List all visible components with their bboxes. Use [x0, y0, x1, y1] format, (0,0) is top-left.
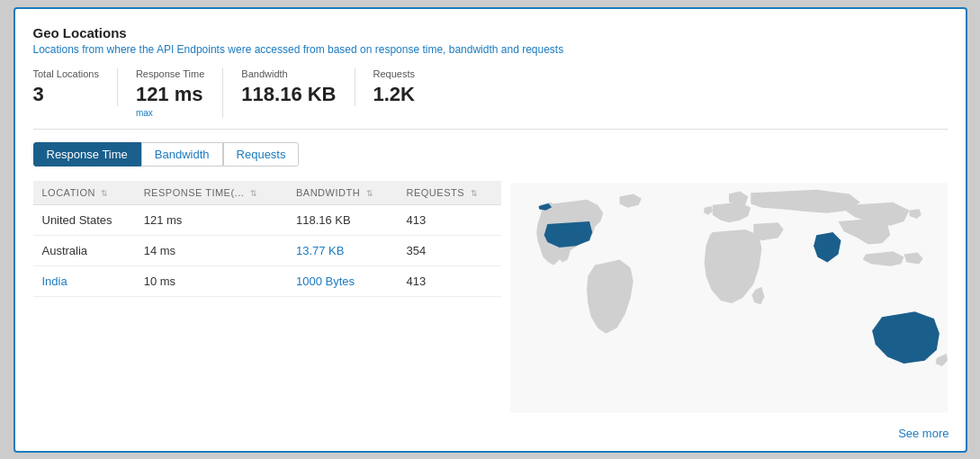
- stat-block: Bandwidth 118.16 KB: [241, 68, 355, 106]
- cell-requests: 413: [398, 204, 501, 235]
- cell-requests: 413: [398, 266, 501, 296]
- card-title: Geo Locations: [33, 25, 948, 40]
- sort-icon: ⇅: [250, 189, 258, 198]
- stat-label: Requests: [373, 68, 415, 79]
- cell-bandwidth[interactable]: 13.77 KB: [287, 235, 398, 266]
- cell-requests: 354: [398, 235, 501, 266]
- data-table: LOCATION ⇅RESPONSE TIME(... ⇅BANDWIDTH ⇅…: [33, 181, 501, 297]
- stat-value: 118.16 KB: [241, 83, 336, 106]
- stat-value: 1.2K: [373, 83, 415, 106]
- stat-block: Requests 1.2K: [373, 68, 433, 106]
- stats-row: Total Locations 3 Response Time 121 ms m…: [33, 68, 948, 130]
- cell-location: United States: [33, 204, 135, 235]
- table-header: LOCATION ⇅RESPONSE TIME(... ⇅BANDWIDTH ⇅…: [33, 181, 501, 205]
- table-body: United States121 ms118.16 KB413Australia…: [33, 204, 501, 296]
- table-row: United States121 ms118.16 KB413: [33, 204, 501, 235]
- cell-response-time: 10 ms: [135, 266, 287, 296]
- table-col-header[interactable]: RESPONSE TIME(... ⇅: [135, 181, 287, 205]
- stat-block: Response Time 121 ms max: [136, 68, 223, 118]
- card-subtitle: Locations from where the API Endpoints w…: [33, 43, 948, 56]
- stat-block: Total Locations 3: [33, 68, 118, 106]
- cell-bandwidth[interactable]: 1000 Bytes: [287, 266, 398, 296]
- tab-response-time[interactable]: Response Time: [33, 142, 141, 166]
- see-more-link[interactable]: See more: [898, 427, 949, 440]
- stat-label: Bandwidth: [241, 68, 336, 79]
- cell-response-time: 121 ms: [135, 204, 287, 235]
- cell-bandwidth: 118.16 KB: [287, 204, 398, 235]
- stat-value: 3: [33, 83, 99, 106]
- content-area: LOCATION ⇅RESPONSE TIME(... ⇅BANDWIDTH ⇅…: [33, 181, 948, 415]
- world-map-area: [510, 181, 948, 415]
- cell-response-time: 14 ms: [135, 235, 287, 266]
- table-col-header[interactable]: REQUESTS ⇅: [398, 181, 501, 205]
- tab-bandwidth[interactable]: Bandwidth: [141, 142, 223, 166]
- sort-icon: ⇅: [101, 189, 109, 198]
- stat-value: 121 ms: [136, 83, 204, 106]
- table-col-header[interactable]: BANDWIDTH ⇅: [287, 181, 398, 205]
- sort-icon: ⇅: [366, 189, 374, 198]
- stat-sub: max: [136, 108, 204, 118]
- tabs-row: Response TimeBandwidthRequests: [33, 142, 948, 166]
- world-map-svg: [510, 181, 948, 415]
- table-col-header[interactable]: LOCATION ⇅: [33, 181, 135, 205]
- tab-requests[interactable]: Requests: [223, 142, 300, 166]
- cell-location: Australia: [33, 235, 135, 266]
- geo-locations-card: Geo Locations Locations from where the A…: [13, 7, 967, 453]
- cell-location[interactable]: India: [33, 266, 135, 296]
- stat-label: Response Time: [136, 68, 204, 79]
- table-row: India10 ms1000 Bytes413: [33, 266, 501, 296]
- table-area: LOCATION ⇅RESPONSE TIME(... ⇅BANDWIDTH ⇅…: [33, 181, 501, 415]
- sort-icon: ⇅: [471, 189, 479, 198]
- table-row: Australia14 ms13.77 KB354: [33, 235, 501, 266]
- stat-label: Total Locations: [33, 68, 99, 79]
